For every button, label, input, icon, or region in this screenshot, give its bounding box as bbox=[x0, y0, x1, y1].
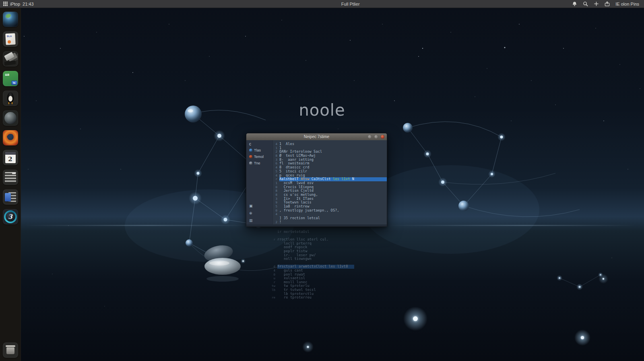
dock-item-firefox-browser[interactable] bbox=[3, 130, 18, 145]
dock-item-clock-app[interactable]: 3 bbox=[3, 209, 18, 224]
columns-icon[interactable]: ▥ bbox=[249, 218, 272, 222]
reflection-line-number: 0 bbox=[270, 273, 275, 277]
share-icon[interactable] bbox=[605, 1, 610, 6]
app-grid-icon[interactable] bbox=[3, 2, 8, 6]
line-number: 2 bbox=[274, 150, 277, 154]
code-line[interactable]: 5 1a8 rintrew bbox=[274, 205, 387, 209]
line-text: 1 bbox=[279, 146, 387, 150]
line-number: 1 bbox=[274, 181, 277, 185]
frame-icon[interactable]: ▣ bbox=[249, 204, 272, 208]
topbar-clock[interactable]: 21:43 bbox=[23, 2, 34, 6]
sidebar-item-tne[interactable]: Tne bbox=[249, 161, 272, 165]
reflection-line-number bbox=[270, 257, 275, 261]
line-number: 8 bbox=[274, 189, 277, 193]
code-line[interactable]: 9 Toetwvn lacis bbox=[274, 201, 387, 205]
line-text: ! bbox=[279, 220, 387, 224]
close-button[interactable] bbox=[381, 135, 384, 139]
code-line[interactable]: 1 ocsM lwvd osv bbox=[274, 181, 387, 185]
line-number: 0 bbox=[274, 185, 277, 189]
code-line[interactable]: 4 bbox=[274, 212, 387, 216]
topbar-status-label[interactable]: IE olon Pins bbox=[615, 2, 639, 6]
code-line[interactable]: 4p qces ruig bbox=[274, 174, 387, 178]
code-line[interactable]: ] 35 roction letcal bbox=[274, 216, 387, 220]
linux-tux-icon bbox=[3, 91, 18, 106]
dock-item-web-browser[interactable] bbox=[3, 12, 18, 27]
line-number: 4 bbox=[274, 166, 277, 170]
dock-item-calendar-app[interactable]: 2 bbox=[3, 150, 18, 165]
code-line[interactable]: 0, frestlcgy juartaepn., OS?, bbox=[274, 209, 387, 213]
trash-icon bbox=[3, 342, 18, 358]
line-text: Toetwvn lacis bbox=[279, 201, 387, 205]
code-line[interactable]: 2OANr Irteroloow Sacl bbox=[274, 150, 387, 154]
reflection-line-text: re tproterreu bbox=[277, 296, 312, 300]
code-token: AalstbelT bbox=[279, 177, 301, 181]
line-text: Jertisn Cjeltd bbox=[279, 189, 387, 193]
code-line[interactable]: 38- aanr ietting bbox=[274, 158, 387, 162]
maximize-button[interactable] bbox=[374, 135, 378, 139]
reflection-line-number: 4 bbox=[270, 269, 275, 273]
topbar-app-name[interactable]: iPtop bbox=[10, 2, 20, 6]
globe-icon[interactable]: ⊕ bbox=[249, 211, 272, 215]
code-line-selected[interactable]: rAalstbelT Atsw Ca3tsClst les l1vt N bbox=[274, 177, 387, 181]
dock-item-trash[interactable] bbox=[3, 342, 18, 358]
sidebar-item-tlas[interactable]: Tlas bbox=[249, 148, 272, 152]
line-text: Crxcis lEiepnq bbox=[279, 185, 387, 189]
dev-tool-subglyph: ts bbox=[12, 81, 17, 85]
desktop: noole ir mertetotaUslrrroctlen llsc ater… bbox=[0, 0, 644, 361]
reflection-line-number: u bbox=[270, 276, 275, 280]
line-text: 1 Ales bbox=[279, 142, 387, 146]
sidebar-item-temol[interactable]: Temol bbox=[249, 155, 272, 159]
sphere-blue-icon bbox=[249, 149, 252, 152]
code-line[interactable]: 48 dtaoicc crd bbox=[274, 166, 387, 170]
window-title: Neipec 7stime bbox=[246, 135, 387, 139]
topbar-right: IE olon Pins bbox=[572, 1, 644, 6]
dev-tool-icon: uats bbox=[3, 71, 18, 86]
dock-item-files-app[interactable] bbox=[3, 51, 18, 66]
back-icon[interactable]: c bbox=[249, 142, 272, 146]
line-text: AalstbelT Atsw Ca3tsClst les l1vt N bbox=[279, 177, 387, 181]
code-line[interactable]: 8 cs u'sc metlung, bbox=[274, 193, 387, 197]
window-statusbar bbox=[246, 224, 387, 226]
editor-window: Neipec 7stime c TlasTemolTne ▣⊕▥ 41 Ales… bbox=[246, 133, 387, 227]
sidebar-item-label: Tne bbox=[254, 161, 260, 165]
code-line[interactable]: 41 Ales bbox=[274, 142, 387, 146]
bell-icon[interactable] bbox=[572, 1, 577, 6]
line-number: 1 bbox=[274, 146, 277, 150]
clock-app-glyph: 3 bbox=[8, 213, 12, 220]
minimize-button[interactable] bbox=[368, 135, 372, 139]
dock-item-sphere-app[interactable] bbox=[3, 110, 18, 126]
reflection-line-number bbox=[270, 242, 275, 246]
code-line[interactable]: 11 bbox=[274, 146, 387, 150]
code-line[interactable]: 6fl swoiteairm bbox=[274, 162, 387, 166]
plus-icon[interactable] bbox=[594, 1, 599, 6]
word-processor-icon bbox=[3, 189, 18, 205]
reflection-line-number: r bbox=[270, 238, 275, 242]
dock-item-dev-tool[interactable]: uats bbox=[3, 71, 18, 86]
code-line[interactable]: 8Ø test LCMas~Awj bbox=[274, 154, 387, 158]
dock-item-document-app[interactable]: BLA bbox=[3, 31, 18, 47]
text-editor-icon bbox=[3, 170, 18, 185]
reflection-line-number: tw bbox=[270, 284, 275, 288]
firefox-browser-icon bbox=[3, 130, 18, 145]
reflection-line-number: lb bbox=[270, 288, 275, 292]
doc-gray-icon bbox=[249, 162, 252, 165]
dock-item-text-editor[interactable] bbox=[3, 170, 18, 185]
web-browser-icon bbox=[3, 12, 18, 27]
dock-item-word-processor[interactable] bbox=[3, 189, 18, 205]
code-line[interactable]: 0 Crxcis lEiepnq bbox=[274, 185, 387, 189]
flame-orange-icon bbox=[249, 155, 252, 158]
line-number: 5 bbox=[274, 170, 277, 174]
line-text: fl swoiteairm bbox=[279, 162, 387, 166]
top-menubar: iPtop 21:43 Full Ptlier IE olon Pins bbox=[0, 0, 644, 8]
code-line[interactable]: 3 Ii> It ITaes bbox=[274, 197, 387, 201]
dock-item-linux-tux[interactable] bbox=[3, 91, 18, 106]
window-titlebar[interactable]: Neipec 7stime bbox=[246, 133, 387, 140]
line-text: OANr Irteroloow Sacl bbox=[279, 150, 387, 154]
code-line[interactable]: 2! bbox=[274, 220, 387, 224]
line-text: 1a8 rintrew bbox=[279, 205, 387, 209]
code-line[interactable]: 55 itoci cilr bbox=[274, 170, 387, 174]
search-icon[interactable] bbox=[583, 1, 588, 6]
code-editor[interactable]: 41 Ales112OANr Irteroloow Sacl8Ø test LC… bbox=[273, 140, 387, 224]
code-line[interactable]: 8 Jertisn Cjeltd bbox=[274, 189, 387, 193]
line-text: Ø test LCMas~Awj bbox=[279, 154, 387, 158]
